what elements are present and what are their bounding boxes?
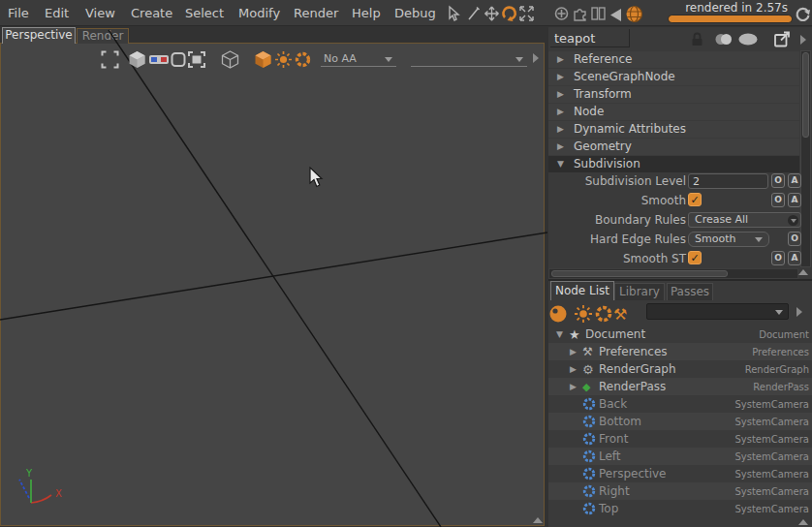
- refresh-icon[interactable]: [794, 7, 811, 28]
- tree-row-document[interactable]: ▼ ★ Document Document: [548, 326, 812, 343]
- boundary-rules-dropdown[interactable]: Crease All: [688, 212, 801, 228]
- camera-aperture-icon[interactable]: [594, 304, 613, 327]
- animate-button[interactable]: A: [788, 193, 801, 207]
- light-sun-icon[interactable]: [574, 304, 593, 327]
- section-subdivision[interactable]: ▼Subdivision: [548, 156, 799, 172]
- camera-dropdown[interactable]: [411, 52, 527, 67]
- expander-icon[interactable]: ▶: [557, 86, 569, 103]
- node-toolbar-overflow-icon[interactable]: [796, 307, 802, 317]
- viewport[interactable]: No AA Y X: [0, 43, 545, 526]
- section-geometry[interactable]: ▶Geometry: [548, 139, 799, 155]
- section-node[interactable]: ▶Node: [548, 104, 799, 120]
- tree-row-rendergraph[interactable]: ▶ ⚙ RenderGraph RenderGraph: [548, 360, 812, 378]
- tree-row-top[interactable]: Top SystemCamera: [548, 500, 812, 517]
- tab-library[interactable]: Library: [614, 283, 665, 300]
- world-icon[interactable]: [625, 5, 643, 27]
- section-dynamic-attributes[interactable]: ▶Dynamic Attributes: [548, 121, 799, 138]
- safe-region-icon[interactable]: [171, 50, 187, 73]
- shading-ellipse-icon[interactable]: [737, 31, 760, 51]
- tree-row-renderpass[interactable]: ▶ ◆ RenderPass RenderPass: [548, 378, 812, 395]
- split-view-icon[interactable]: [590, 5, 607, 26]
- lighting-sun-icon[interactable]: [274, 50, 293, 73]
- object-ball-icon[interactable]: [548, 304, 569, 327]
- shaded-cube-icon[interactable]: [128, 50, 146, 73]
- expander-icon[interactable]: ▶: [557, 51, 569, 68]
- expander-icon[interactable]: ▶: [570, 347, 582, 356]
- layers-icon[interactable]: [714, 31, 734, 51]
- scrollbar-thumb[interactable]: [802, 52, 809, 138]
- expander-icon[interactable]: ▶: [557, 121, 569, 138]
- viewport-scroll-up-icon[interactable]: [533, 517, 543, 523]
- tab-node-list[interactable]: Node List: [550, 281, 614, 300]
- subdivision-level-input[interactable]: [688, 173, 768, 189]
- override-button[interactable]: O: [771, 173, 785, 188]
- frame-selection-icon[interactable]: [101, 50, 119, 73]
- attributes-hscrollbar[interactable]: [548, 268, 798, 279]
- plugin-icon[interactable]: [572, 5, 588, 26]
- override-button[interactable]: O: [771, 251, 785, 265]
- expander-icon[interactable]: ▶: [570, 364, 582, 374]
- lock-icon[interactable]: [689, 31, 705, 51]
- menu-render[interactable]: Render: [294, 6, 338, 20]
- section-reference[interactable]: ▶Reference: [548, 51, 799, 68]
- menu-create[interactable]: Create: [131, 6, 172, 20]
- tools-wrench-icon[interactable]: ⚒: [613, 305, 627, 324]
- smooth-checkbox[interactable]: ✓: [688, 193, 702, 206]
- stereo-glasses-icon[interactable]: [148, 50, 170, 73]
- expander-icon[interactable]: ▼: [557, 156, 569, 172]
- tree-row-right[interactable]: Right SystemCamera: [548, 482, 812, 500]
- node-filter-dropdown[interactable]: [646, 303, 789, 320]
- tree-row-bottom[interactable]: Bottom SystemCamera: [548, 413, 812, 430]
- menu-modify[interactable]: Modify: [238, 6, 280, 20]
- wireframe-cube-icon[interactable]: [221, 50, 239, 73]
- menu-view[interactable]: View: [85, 6, 115, 20]
- toolbar-overflow-icon[interactable]: [533, 53, 539, 63]
- menu-debug[interactable]: Debug: [394, 6, 436, 20]
- tree-row-front[interactable]: Front SystemCamera: [548, 430, 812, 448]
- tab-perspective[interactable]: Perspective: [2, 27, 76, 44]
- expander-icon[interactable]: ▶: [557, 104, 569, 120]
- tree-row-preferences[interactable]: ▶ ⚒ Preferences Preferences: [548, 343, 812, 360]
- pen-icon[interactable]: [466, 5, 482, 26]
- tree-row-perspective[interactable]: Perspective SystemCamera: [548, 465, 812, 482]
- rotate-icon[interactable]: [501, 5, 517, 26]
- select-arrow-icon[interactable]: [446, 5, 461, 26]
- node-type: Preferences: [752, 347, 809, 357]
- expander-icon[interactable]: ▶: [570, 382, 582, 391]
- animate-button[interactable]: A: [788, 173, 801, 188]
- menu-select[interactable]: Select: [185, 6, 224, 20]
- textured-cube-icon[interactable]: [254, 50, 272, 73]
- section-transform[interactable]: ▶Transform: [548, 86, 799, 103]
- tree-row-left[interactable]: Left SystemCamera: [548, 448, 812, 465]
- scale-icon[interactable]: [518, 5, 535, 26]
- hard-edge-rules-dropdown[interactable]: Smooth: [688, 232, 769, 247]
- node-name-input[interactable]: [550, 29, 630, 47]
- expander-icon[interactable]: ▶: [557, 139, 569, 155]
- scroll-up-icon[interactable]: [798, 269, 808, 275]
- menu-edit[interactable]: Edit: [45, 6, 69, 20]
- override-button[interactable]: O: [771, 193, 785, 207]
- target-icon[interactable]: [553, 5, 570, 26]
- expander-icon[interactable]: ▶: [557, 69, 569, 85]
- external-link-icon[interactable]: [773, 30, 793, 52]
- tree-scroll-up-icon[interactable]: [798, 519, 808, 525]
- animate-button[interactable]: A: [788, 251, 801, 265]
- section-scenegraphnode[interactable]: ▶SceneGraphNode: [548, 69, 799, 85]
- tab-render[interactable]: Render: [77, 28, 129, 44]
- antialias-dropdown[interactable]: No AA: [321, 52, 396, 67]
- collapse-left-icon[interactable]: [609, 8, 623, 26]
- field-label: Subdivision Level: [548, 174, 686, 188]
- move-icon[interactable]: [484, 5, 500, 26]
- cycle-icon[interactable]: [788, 215, 798, 226]
- tab-passes[interactable]: Passes: [667, 283, 713, 300]
- smooth-st-checkbox[interactable]: ✓: [688, 251, 702, 264]
- menu-file[interactable]: File: [8, 6, 29, 20]
- expander-icon[interactable]: ▼: [556, 329, 569, 339]
- panel-expand-icon[interactable]: [800, 35, 806, 45]
- render-aperture-icon[interactable]: [294, 50, 312, 73]
- scrollbar-thumb[interactable]: [551, 270, 728, 277]
- override-button[interactable]: O: [788, 232, 801, 246]
- tree-row-back[interactable]: Back SystemCamera: [548, 395, 812, 413]
- menu-help[interactable]: Help: [352, 6, 381, 20]
- render-region-icon[interactable]: [187, 50, 206, 73]
